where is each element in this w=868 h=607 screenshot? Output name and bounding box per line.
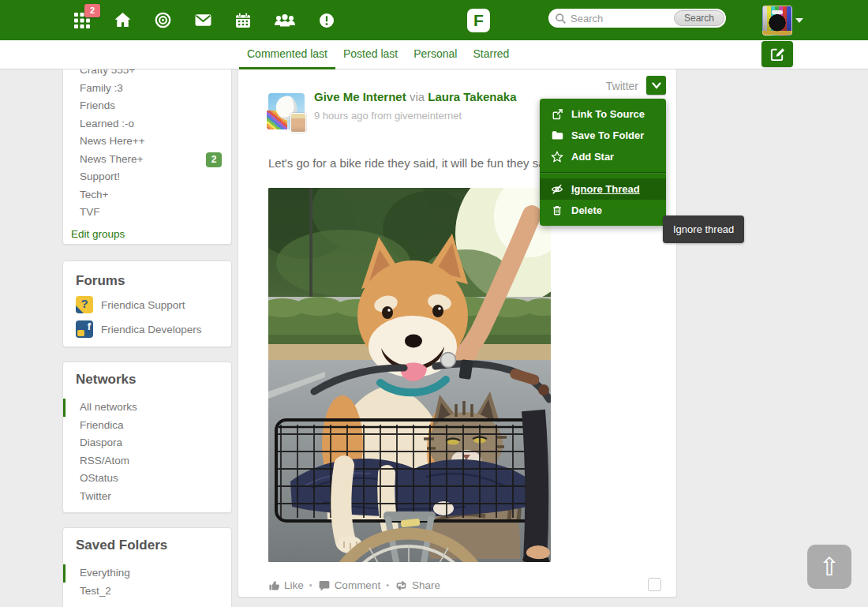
network-item-rss-atom[interactable]: RSS/Atom xyxy=(63,452,231,470)
users-icon xyxy=(275,13,295,28)
network-item-ostatus[interactable]: OStatus xyxy=(63,470,231,488)
forum-item-friendica-support[interactable]: Friendica Support xyxy=(76,296,231,313)
forum-item-friendica-developers[interactable]: Friendica Developers xyxy=(76,320,231,338)
menu-item-link-to-source[interactable]: Link To Source xyxy=(540,103,666,125)
via-label: via xyxy=(410,90,425,103)
ignore-thread-tooltip: Ignore thread xyxy=(663,215,744,243)
notification-count-badge: 2 xyxy=(84,4,100,17)
contacts-button[interactable] xyxy=(275,12,295,29)
forum-developers-icon xyxy=(76,320,93,338)
via-author-link[interactable]: Laura Takenaka xyxy=(428,90,516,103)
search-input[interactable] xyxy=(567,13,674,24)
action-separator: • xyxy=(386,580,389,590)
retweet-icon xyxy=(395,579,408,591)
networks-title: Networks xyxy=(63,372,231,388)
home-button[interactable] xyxy=(114,12,131,29)
networks-panel: Networks All networks Friendica Diaspora… xyxy=(62,362,232,513)
sidebar-item-group[interactable]: Family :3 xyxy=(63,80,231,98)
post-author-line: Give Me Internet via Laura Takenaka xyxy=(314,90,517,103)
network-button[interactable] xyxy=(154,12,171,29)
network-item-friendica[interactable]: Friendica xyxy=(63,417,231,435)
menu-item-delete[interactable]: Delete xyxy=(540,200,666,221)
network-item-twitter[interactable]: Twitter xyxy=(63,488,231,506)
menu-divider xyxy=(540,172,666,174)
sidebar-item-group[interactable]: Tech+ xyxy=(63,186,231,204)
tab-commented-last[interactable]: Commented last xyxy=(239,40,335,69)
share-button[interactable]: Share xyxy=(395,579,440,591)
search-icon xyxy=(555,13,567,24)
up-arrow-icon: ⇧ xyxy=(819,554,840,579)
folder-item-test-2[interactable]: Test_2 xyxy=(63,583,231,601)
sidebar-item-group[interactable]: Learned :-o xyxy=(63,115,231,133)
pencil-square-icon xyxy=(769,46,786,62)
compose-button[interactable] xyxy=(761,41,793,67)
sidebar-item-group[interactable]: Support! xyxy=(63,168,231,186)
notifications-button[interactable] xyxy=(318,12,335,29)
action-separator: • xyxy=(309,580,312,590)
bullseye-icon xyxy=(155,12,171,28)
saved-folders-panel: Saved Folders Everything Test_2 xyxy=(62,527,232,607)
messages-button[interactable] xyxy=(194,12,211,29)
user-menu-caret-icon[interactable] xyxy=(795,18,803,23)
forums-title: Forums xyxy=(76,273,231,289)
eye-slash-icon xyxy=(551,183,563,195)
via-author-avatar xyxy=(290,113,306,133)
saved-folders-title: Saved Folders xyxy=(63,538,231,553)
thumbs-up-icon xyxy=(268,579,280,591)
group-unread-badge: 2 xyxy=(206,152,222,167)
forum-support-icon xyxy=(76,296,93,313)
sidebar-item-group[interactable]: TVF xyxy=(63,204,231,222)
forums-panel: Forums Friendica Support Friendica Devel… xyxy=(62,260,232,347)
post-select-checkbox[interactable] xyxy=(648,578,661,591)
comment-button[interactable]: Comment xyxy=(318,579,381,591)
post-timestamp: 9 hours ago from givemeinternet xyxy=(314,110,462,122)
folder-item-everything[interactable]: Everything xyxy=(63,564,231,583)
envelope-icon xyxy=(195,13,211,27)
post-menu-toggle-button[interactable] xyxy=(646,76,666,95)
feed-tabbar: Commented last Posted last Personal Star… xyxy=(0,40,868,69)
external-link-icon xyxy=(551,108,563,120)
network-item-all[interactable]: All networks xyxy=(63,399,231,417)
chevron-down-icon xyxy=(652,82,661,89)
star-icon xyxy=(551,151,563,163)
post-author-avatar[interactable] xyxy=(268,93,305,129)
tab-personal[interactable]: Personal xyxy=(406,40,465,69)
photo-illustration xyxy=(268,188,551,562)
tab-starred[interactable]: Starred xyxy=(465,40,517,69)
feed-tabs: Commented last Posted last Personal Star… xyxy=(239,40,517,69)
apps-menu-button[interactable]: 2 xyxy=(73,12,91,29)
post-options-menu: Link To Source Save To Folder Add Star I… xyxy=(540,99,666,226)
calendar-icon xyxy=(235,13,251,28)
navbar-search: Search xyxy=(548,9,726,28)
comment-bubble-icon xyxy=(318,579,331,591)
network-item-diaspora[interactable]: Diaspora xyxy=(63,434,231,452)
post-network-label: Twitter xyxy=(606,80,638,92)
menu-item-add-star[interactable]: Add Star xyxy=(540,146,666,167)
post-photo[interactable] xyxy=(268,188,551,562)
scroll-to-top-button[interactable]: ⇧ xyxy=(807,545,851,589)
tab-posted-last[interactable]: Posted last xyxy=(335,40,406,69)
navbar-icons: 2 xyxy=(73,0,358,40)
friendica-logo[interactable]: F xyxy=(467,9,490,32)
trash-icon xyxy=(551,204,563,216)
folder-icon xyxy=(551,130,563,141)
post-action-bar: Like • Comment • Share xyxy=(268,577,440,593)
search-submit-button[interactable]: Search xyxy=(674,10,724,26)
home-icon xyxy=(114,12,131,28)
sidebar-item-group[interactable]: Friends xyxy=(63,97,231,115)
user-avatar[interactable] xyxy=(762,6,792,36)
post-author-link[interactable]: Give Me Internet xyxy=(314,90,406,103)
sidebar-item-group[interactable]: 2 News There+ xyxy=(63,151,231,169)
edit-groups-link[interactable]: Edit groups xyxy=(63,227,231,242)
like-button[interactable]: Like xyxy=(268,579,304,591)
sidebar-item-group[interactable]: News Here++ xyxy=(63,133,231,151)
menu-item-save-to-folder[interactable]: Save To Folder xyxy=(540,125,666,146)
events-button[interactable] xyxy=(234,12,252,29)
menu-item-ignore-thread[interactable]: Ignore Thread xyxy=(540,178,666,200)
exclamation-circle-icon xyxy=(319,13,335,28)
navbar: 2 xyxy=(0,0,868,40)
groups-panel: Crafty 555+ Family :3 Friends Learned :-… xyxy=(62,52,232,245)
